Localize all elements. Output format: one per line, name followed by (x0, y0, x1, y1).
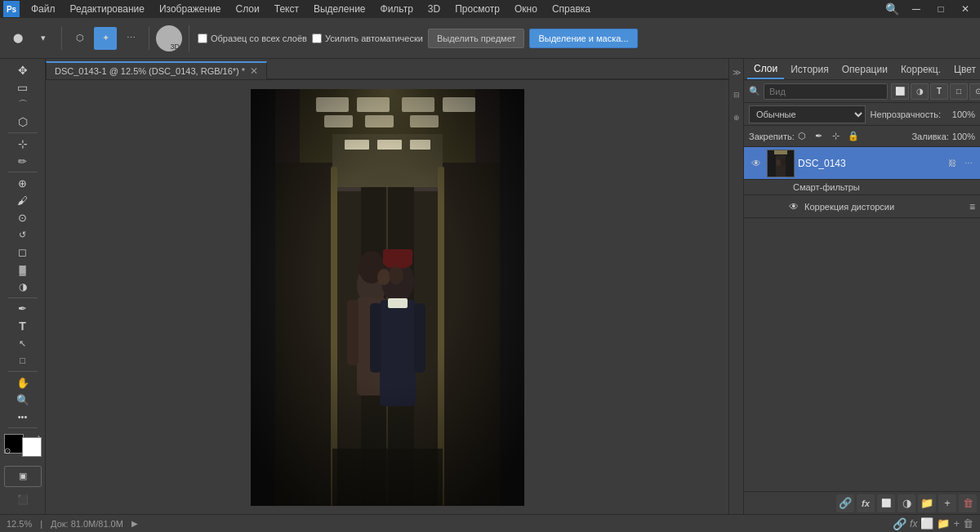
smart-filter-name: Коррекция дисторсии (804, 202, 966, 212)
layer-options-icon[interactable]: ⋯ (962, 157, 975, 170)
menu-window[interactable]: Окно (508, 2, 544, 16)
menu-file[interactable]: Файл (24, 2, 62, 16)
status-delete-icon[interactable]: 🗑 (963, 517, 973, 530)
background-color[interactable] (22, 437, 42, 457)
status-newlayer-icon[interactable]: + (953, 517, 960, 530)
lock-position-icon[interactable]: ✒ (812, 129, 826, 144)
select-subject-button[interactable]: Выделить предмет (428, 29, 525, 48)
menu-text[interactable]: Текст (268, 2, 305, 16)
tool-history-brush[interactable]: ↺ (4, 227, 42, 244)
menu-3d[interactable]: 3D (421, 2, 447, 16)
lock-artboard-icon[interactable]: ⊹ (829, 129, 844, 144)
canvas-container[interactable] (46, 80, 728, 514)
adjustment-icon[interactable]: ◑ (898, 494, 915, 512)
tool-divider-2 (8, 172, 38, 172)
tool-screen-mode[interactable]: ⬛ (4, 490, 42, 511)
tab-corrections[interactable]: Коррекц. (894, 60, 947, 78)
smart-filter-visibility[interactable]: 👁 (786, 199, 801, 214)
filter-smart-icon[interactable]: ⊙ (969, 83, 980, 100)
tool-lasso[interactable]: ⋯ (119, 27, 142, 50)
color-picker: ⇄ ⊙ (4, 434, 42, 457)
sample-all-layers-input[interactable] (198, 34, 207, 43)
tool-pen[interactable]: ✒ (4, 301, 42, 317)
tool-lasso-left[interactable]: ⌒ (4, 96, 42, 113)
tab-history[interactable]: История (784, 60, 835, 78)
tool-brush[interactable]: 🖌 (4, 192, 42, 208)
select-mask-button[interactable]: Выделение и маска... (529, 29, 637, 48)
tool-text[interactable]: T (4, 318, 42, 334)
menu-image[interactable]: Изображение (153, 2, 228, 16)
tool-more[interactable]: ••• (4, 409, 42, 425)
filter-shape-icon[interactable]: □ (950, 83, 968, 100)
document-tab[interactable]: DSC_0143-1 @ 12.5% (DSC_0143, RGB/16*) *… (46, 61, 267, 79)
filter-adjustment-icon[interactable]: ◑ (911, 83, 929, 100)
tool-shape[interactable]: □ (4, 352, 42, 369)
delete-layer-icon[interactable]: 🗑 (959, 494, 977, 512)
panel-extra-btn[interactable]: ⊕ (730, 108, 743, 127)
tool-eyedropper[interactable]: ✏ (4, 153, 42, 169)
menu-edit[interactable]: Редактирование (64, 2, 151, 16)
window-close[interactable]: ✕ (954, 0, 977, 20)
tool-arrow[interactable]: ⬤ (7, 27, 29, 50)
smart-filter-item[interactable]: 👁 Коррекция дисторсии ≡ (744, 195, 980, 218)
menu-layers[interactable]: Слои (229, 2, 266, 16)
new-layer-icon[interactable]: + (938, 494, 956, 512)
tool-magic-wand[interactable]: ✦ (94, 27, 117, 50)
search-button[interactable]: 🔍 (880, 0, 903, 20)
menu-view[interactable]: Просмотр (448, 2, 506, 16)
status-link-icon[interactable]: 🔗 (893, 517, 906, 530)
tool-quick-select[interactable]: ⬡ (69, 27, 91, 50)
tab-operations[interactable]: Операции (835, 60, 894, 78)
menu-select[interactable]: Выделение (307, 2, 372, 16)
panel-toggle-btn[interactable]: ≫ (730, 62, 743, 82)
menu-filter[interactable]: Фильтр (374, 2, 420, 16)
lock-row: Закрепить: ⬡ ✒ ⊹ 🔒 Заливка: 100% (744, 126, 980, 147)
brush-size-circle[interactable]: 3D (156, 25, 182, 51)
new-group-icon[interactable]: 📁 (918, 494, 936, 512)
tool-path-select[interactable]: ↖ (4, 335, 42, 351)
tool-dodge[interactable]: ◑ (4, 279, 42, 295)
window-minimize[interactable]: ─ (905, 0, 928, 20)
tab-layers[interactable]: Слои (747, 60, 784, 79)
tool-options[interactable]: ▾ (32, 27, 55, 50)
link-layers-icon[interactable]: 🔗 (836, 494, 854, 512)
tool-divider-4 (8, 371, 38, 372)
tool-zoom[interactable]: 🔍 (4, 391, 42, 408)
status-folder-icon[interactable]: 📁 (937, 517, 950, 530)
blend-mode-row: Обычные Непрозрачность: 100% (744, 103, 980, 126)
tool-mask-mode[interactable]: ▣ (4, 466, 42, 487)
blend-mode-select[interactable]: Обычные (749, 105, 866, 123)
filter-pixel-icon[interactable]: ⬜ (891, 83, 909, 100)
lock-all-icon[interactable]: 🔒 (846, 129, 861, 144)
status-mask-icon[interactable]: ⬜ (920, 517, 933, 530)
menu-help[interactable]: Справка (546, 2, 597, 16)
tool-eraser[interactable]: ◻ (4, 244, 42, 261)
window-maximize[interactable]: □ (929, 0, 952, 20)
tool-rect-marquee[interactable]: ▭ (4, 79, 42, 96)
layer-linked-icon[interactable]: ⛓ (946, 157, 959, 170)
panel-arrange-btn[interactable]: ⊟ (730, 85, 743, 105)
tool-crop[interactable]: ⊹ (4, 136, 42, 152)
lock-pixels-icon[interactable]: ⬡ (795, 129, 809, 144)
tool-quick-select-left[interactable]: ⬡ (4, 114, 42, 130)
tool-hand[interactable]: ✋ (4, 374, 42, 391)
layers-search-input[interactable] (764, 83, 888, 100)
status-fx-icon[interactable]: fx (910, 518, 917, 530)
tool-gradient[interactable]: ▓ (4, 262, 42, 278)
fx-icon[interactable]: fx (857, 494, 875, 512)
auto-enhance-input[interactable] (312, 34, 322, 43)
smart-filter-options[interactable]: ≡ (969, 201, 975, 212)
status-arrow[interactable]: ▶ (131, 519, 138, 528)
layer-item-dsc0143[interactable]: 👁 DSC_0143 ⛓ ⋯ (744, 147, 980, 180)
filter-type-icon[interactable]: T (930, 83, 948, 100)
layer-visibility-icon[interactable]: 👁 (749, 156, 764, 171)
auto-enhance-checkbox[interactable]: Усилить автоматически (312, 34, 423, 43)
tab-color[interactable]: Цвет (947, 60, 980, 78)
tool-heal[interactable]: ⊕ (4, 175, 42, 191)
color-reset-icon[interactable]: ⊙ (4, 446, 11, 455)
tab-close-button[interactable]: ✕ (250, 65, 258, 77)
tool-move[interactable]: ✥ (4, 62, 42, 78)
tool-clone[interactable]: ⊙ (4, 209, 42, 226)
sample-all-layers-checkbox[interactable]: Образец со всех слоёв (198, 34, 307, 43)
add-mask-icon[interactable]: ⬜ (877, 494, 895, 512)
